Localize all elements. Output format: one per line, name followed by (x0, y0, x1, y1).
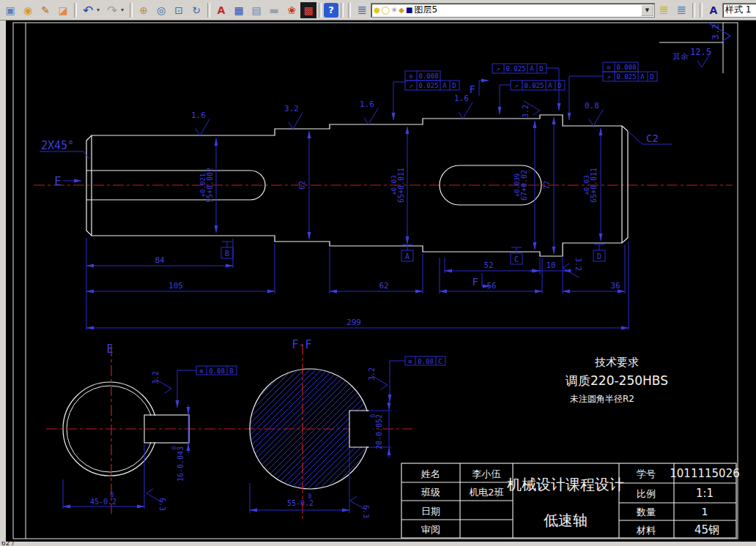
svg-text:0.008: 0.008 (616, 64, 636, 71)
dim-45: 45-0.2 (90, 498, 116, 506)
drawing-canvas[interactable]: 84 105 62 52 10 56 36 299 55+0.002 +0.02… (0, 20, 756, 542)
finish-3.2: 3.2 (368, 367, 376, 381)
dim-20: 20-0.052 (375, 414, 383, 449)
help-icon[interactable]: ? (324, 3, 338, 18)
course-title: 机械设计课程设计 (507, 476, 624, 493)
undo-icon[interactable]: ↶ (79, 1, 97, 19)
material-value: 45钢 (694, 523, 719, 536)
runout-icon: ↗ (409, 82, 412, 89)
layer-lock-icon: ◆ (399, 6, 404, 14)
svg-text:A: A (548, 82, 552, 89)
cad-drawing: 84 105 62 52 10 56 36 299 55+0.002 +0.02… (0, 20, 756, 542)
calculator-icon[interactable]: ▩ (300, 2, 316, 18)
pen-icon[interactable]: ✎ (37, 1, 54, 19)
redo-dropdown-icon[interactable]: ▾ (121, 7, 127, 13)
student-id-label: 学号 (637, 468, 656, 479)
style-dropdown[interactable]: 样式 1 ▼ (722, 3, 756, 18)
canvas-left-margin (0, 20, 6, 542)
format-brush-icon[interactable]: A (212, 1, 230, 19)
svg-text:+0.039: +0.039 (514, 173, 521, 198)
svg-text:A: A (442, 82, 447, 89)
svg-text:0.025: 0.025 (418, 82, 438, 89)
layer-dropdown[interactable]: ● ◯ ✳ ◆ ■ 图层5 ▼ (371, 3, 655, 18)
quantity-value: 1 (702, 506, 708, 517)
svg-text:D: D (650, 73, 653, 81)
date-label: 日期 (421, 506, 440, 517)
svg-text:D: D (452, 82, 456, 89)
dim-dia62: 62 (298, 181, 306, 190)
status-bar: 62 / (0, 542, 756, 546)
zoom-window-icon[interactable]: ⊡ (170, 1, 188, 19)
layer-dropdown-value: 图层5 (414, 4, 437, 16)
sheet-border (13, 23, 738, 539)
dim-dia55: 55+0.002 (206, 168, 214, 203)
material-label: 材料 (636, 525, 656, 536)
svg-text:0: 0 (111, 492, 114, 498)
finish-0.8: 0.8 (585, 101, 599, 111)
dim-52: 52 (483, 261, 493, 270)
toolbar-separator (700, 3, 703, 18)
runout-icon: ↗ (496, 65, 500, 72)
scale-value: 1:1 (696, 487, 714, 500)
name-label: 姓名 (420, 468, 440, 479)
section-f-bottom-label: F (472, 276, 478, 288)
finish-3.2: 3.2 (522, 105, 530, 118)
undo-dropdown-icon[interactable]: ▾ (97, 7, 103, 13)
layer-up-icon[interactable]: ≣ (672, 1, 690, 19)
quantity-label: 数量 (636, 506, 656, 517)
toolbar-separator (319, 3, 322, 18)
svg-text:0: 0 (370, 414, 377, 417)
text-style-icon[interactable]: A (705, 1, 722, 19)
chamfer-note: 2X45° (41, 139, 74, 152)
format-icon[interactable]: ◉ (19, 1, 37, 19)
dim-dia65-2: 65+0.011 (590, 168, 598, 203)
sheet-arrow-icon[interactable]: ▤ (248, 1, 265, 19)
finish-6.3: 6.3 (362, 505, 370, 518)
layer-visibility-bulb-icon: ● (374, 6, 380, 14)
svg-text:C: C (438, 358, 442, 365)
zoom-icon[interactable]: ◎ (152, 1, 170, 19)
datum-c: C (514, 255, 519, 263)
main-toolbar: ▣ ◉ ✎ ◪ ↶ ▾ ↷ ▾ ⊕ ◎ ⊡ ↻ A ▦ ▤ ▬ ❀ ▩ ? ≣ … (0, 0, 756, 20)
redo-icon[interactable]: ↷ (103, 1, 121, 19)
stamp-icon[interactable]: ❀ (283, 1, 300, 19)
cylindricity-icon: ⊘ (607, 64, 610, 71)
status-coordinates: 62 / (1, 542, 14, 546)
dim-dia67: 67+0.02 (520, 170, 528, 201)
layers-icon[interactable]: ≣ (353, 1, 371, 19)
eraser-icon[interactable]: ◪ (54, 1, 72, 19)
svg-text:+0.03: +0.03 (390, 175, 398, 195)
rest-prefix-label: 其余 (672, 52, 689, 61)
toolbar-separator (692, 3, 695, 18)
grid-icon[interactable]: ▦ (230, 1, 248, 19)
svg-text:0.008: 0.008 (418, 72, 438, 80)
finish-corner-3.2: 3.2 (711, 23, 721, 40)
svg-text:0.025: 0.025 (505, 65, 525, 72)
zoom-dynamic-icon[interactable]: ↻ (188, 1, 205, 19)
surface-finish-symbols: 1.6 3.2 1.6 1.6 3.2 0.8 3.2 3.2 12.5 3.2… (147, 23, 730, 518)
tech-req-line1: 调质220-250HBS (565, 373, 668, 388)
annotation-labels: E F F E F-F 2X45° C2 (40, 81, 672, 356)
finish-3.2: 3.2 (574, 258, 582, 271)
finish-6.3: 6.3 (158, 498, 166, 511)
datum-a: A (405, 253, 410, 261)
review-label: 审阅 (421, 524, 440, 535)
dim-10: 10 (546, 261, 555, 270)
class-value: 机电2班 (469, 487, 503, 498)
class-label: 班级 (421, 487, 440, 498)
layer-move-icon[interactable]: ≣ (655, 1, 672, 19)
render-roll-icon[interactable]: ▬ (265, 1, 283, 19)
pan-icon[interactable]: ⊕ (135, 1, 152, 19)
layer-dropdown-arrow-icon[interactable]: ▼ (641, 4, 653, 16)
title-block-texts: 姓名 李小伍 班级 机电2班 日期 审阅 机械设计课程设计 低速轴 学号 101… (420, 467, 740, 536)
toolbar-separator (341, 3, 344, 18)
svg-text:D: D (539, 65, 543, 72)
svg-text:0.08: 0.08 (418, 358, 434, 365)
copy-icon[interactable]: ▣ (1, 1, 19, 19)
scale-label: 比例 (637, 488, 656, 499)
dim-36: 36 (610, 281, 620, 291)
runout-icon: ↗ (607, 73, 610, 81)
name-value: 李小伍 (472, 468, 501, 479)
svg-text:+0.03: +0.03 (583, 175, 590, 195)
cylindricity-icon: ⊘ (409, 72, 412, 80)
